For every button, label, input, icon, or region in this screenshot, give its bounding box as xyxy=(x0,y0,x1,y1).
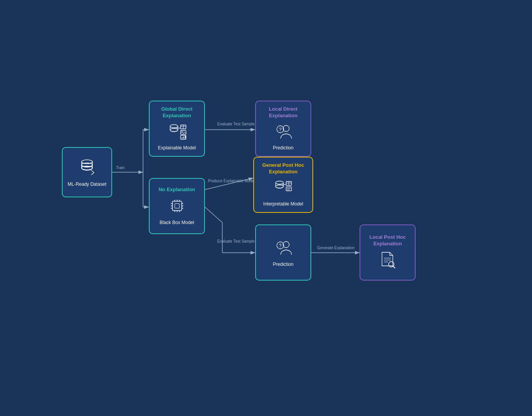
svg-point-43 xyxy=(276,185,283,188)
blackbox-label: Black Box Model xyxy=(160,220,194,226)
node-prediction-bottom: ? Prediction xyxy=(255,224,311,281)
dataset-icon xyxy=(75,157,99,178)
node-local-posthoc: Local Post Hoc Explanation xyxy=(360,224,416,281)
train-label: Train xyxy=(116,166,124,170)
diagram-container: Train Evaluate Test Sample Produce Expla… xyxy=(0,0,532,416)
svg-point-15 xyxy=(170,128,178,132)
node-local-direct: Local Direct Explanation ? Prediction xyxy=(255,101,311,157)
prediction-bottom-icon: ? xyxy=(272,237,295,259)
general-posthoc-label: Interpretable Model xyxy=(263,201,303,207)
local-direct-label: Prediction xyxy=(273,145,293,151)
local-direct-icon: ? xyxy=(272,122,295,142)
svg-line-57 xyxy=(393,266,395,268)
global-direct-title: Global Direct Explanation xyxy=(154,106,200,119)
svg-line-7 xyxy=(205,207,222,223)
global-direct-icon xyxy=(165,122,189,142)
general-posthoc-icon xyxy=(272,178,295,199)
svg-rect-24 xyxy=(185,136,186,139)
local-direct-title: Local Direct Explanation xyxy=(261,106,306,119)
svg-text:?: ? xyxy=(279,127,282,132)
node-blackbox: No Explanation xyxy=(149,178,205,234)
blackbox-icon xyxy=(165,195,189,217)
evaluate-bottom-label: Evaluate Test Sample xyxy=(217,239,255,243)
svg-rect-47 xyxy=(286,187,292,191)
svg-rect-22 xyxy=(182,137,182,139)
svg-point-20 xyxy=(181,131,183,133)
node-dataset: ML-Ready Dataset xyxy=(62,147,112,197)
blackbox-title: No Explanation xyxy=(159,187,195,193)
dataset-label: ML-Ready Dataset xyxy=(68,181,106,188)
generate-label: Generate Explanation xyxy=(317,246,355,250)
svg-point-56 xyxy=(389,262,394,267)
prediction-bottom-label: Prediction xyxy=(273,262,293,268)
local-posthoc-icon xyxy=(376,250,399,271)
svg-rect-23 xyxy=(183,137,184,139)
node-global-direct: Global Direct Explanation xyxy=(149,101,205,157)
node-general-posthoc: General Post Hoc Explanation Interpretab… xyxy=(253,157,313,213)
svg-point-42 xyxy=(276,181,283,184)
svg-text:?: ? xyxy=(279,243,282,248)
general-posthoc-title: General Post Hoc Explanation xyxy=(259,162,308,175)
produce-label: Produce Explainable Model xyxy=(208,179,255,183)
svg-rect-25 xyxy=(172,201,182,211)
svg-rect-38 xyxy=(175,204,179,208)
svg-point-14 xyxy=(170,125,178,128)
global-direct-label: Explainable Model xyxy=(158,145,196,151)
local-posthoc-title: Local Post Hoc Explanation xyxy=(365,234,410,247)
evaluate-top-label: Evaluate Test Sample xyxy=(217,122,255,126)
